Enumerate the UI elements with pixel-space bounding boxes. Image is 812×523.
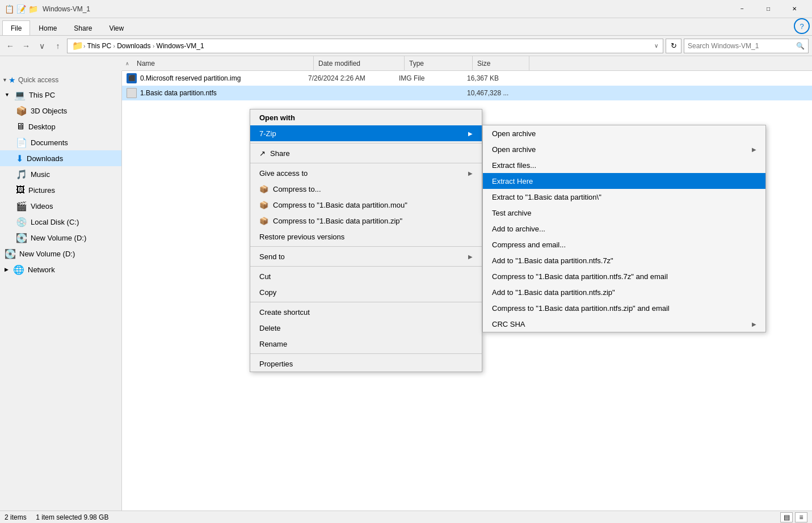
file-name-cell[interactable]: ⬛ 0.Microsoft reserved partition.img [122,73,304,83]
close-button[interactable]: ✕ [781,0,807,18]
menu-item-rename[interactable]: Rename [250,336,482,352]
submenu-open-archive-1-label: Open archive [492,129,536,138]
column-date[interactable]: Date modified [314,56,405,70]
videos-icon: 🎬 [16,201,27,212]
submenu-test-archive-label: Test archive [492,209,531,217]
sidebar-item-local-disk-c[interactable]: 💿 Local Disk (C:) [0,214,121,230]
menu-copy-label: Copy [259,288,473,297]
status-info: 2 items 1 item selected 9.98 GB [5,513,108,521]
submenu-item-crc-sha[interactable]: CRC SHA ▶ [483,316,765,332]
menu-separator-5 [250,302,482,302]
menu-item-create-shortcut[interactable]: Create shortcut [250,304,482,320]
menu-item-7zip[interactable]: 7-Zip ▶ [250,125,482,141]
file-size-0: 16,367 KB [462,74,519,82]
help-button[interactable]: ? [794,18,810,34]
sidebar-item-desktop[interactable]: 🖥 Desktop [0,119,121,134]
menu-item-compress-mou[interactable]: 📦 Compress to "1.Basic data partition.mo… [250,197,482,213]
submenu-compress-7z-email-label: Compress to "1.Basic data partition.ntfs… [492,272,668,281]
sidebar-item-music[interactable]: 🎵 Music [0,166,121,182]
menu-rename-label: Rename [259,340,473,348]
address-dropdown-icon[interactable]: ∨ [654,43,658,49]
music-label: Music [31,170,50,179]
menu-item-copy[interactable]: Copy [250,284,482,300]
sidebar-item-new-volume-d1[interactable]: 💽 New Volume (D:) [0,230,121,246]
menu-restore-label: Restore previous versions [259,233,473,241]
dropdown-button[interactable]: ∨ [35,39,49,53]
quick-access-header[interactable]: ▼ ★ Quick access [0,73,121,87]
refresh-button[interactable]: ↻ [666,39,681,53]
sidebar: ▼ ★ Quick access ▼ 💻 This PC 📦 3D Object… [0,71,122,511]
column-size[interactable]: Size [473,56,529,70]
submenu-open-archive-2-label: Open archive [492,145,536,154]
menu-item-delete[interactable]: Delete [250,320,482,336]
sidebar-item-videos[interactable]: 🎬 Videos [0,198,121,214]
file-date-0: 7/26/2024 2:26 AM [304,74,394,82]
window-title: Windows-VM_1 [43,5,729,13]
sidebar-item-pictures[interactable]: 🖼 Pictures [0,182,121,198]
address-input[interactable]: 📁 › This PC › Downloads › Windows-VM_1 ∨ [67,39,663,53]
menu-item-restore-prev[interactable]: Restore previous versions [250,229,482,244]
menu-item-send-to[interactable]: Send to ▶ [250,248,482,264]
this-pc-label: This PC [29,91,55,99]
maximize-button[interactable]: □ [755,0,781,18]
sidebar-item-new-volume-d2[interactable]: 💽 New Volume (D:) [0,246,121,262]
sidebar-item-this-pc[interactable]: ▼ 💻 This PC [0,87,121,103]
menu-item-share[interactable]: ↗ Share [250,145,482,161]
menu-item-cut[interactable]: Cut [250,268,482,284]
table-row[interactable]: 1.Basic data partition.ntfs 10,467,328 .… [122,86,812,100]
submenu-extract-to-label: Extract to "1.Basic data partition\" [492,193,601,201]
menu-item-compress-to[interactable]: 📦 Compress to... [250,181,482,197]
sidebar-item-documents[interactable]: 📄 Documents [0,134,121,150]
submenu-item-compress-email[interactable]: Compress and email... [483,237,765,252]
column-type[interactable]: Type [405,56,473,70]
submenu-item-add-to-7z[interactable]: Add to "1.Basic data partition.ntfs.7z" [483,252,765,268]
tab-file[interactable]: File [2,20,30,35]
list-view-button[interactable]: ≡ [795,512,807,522]
menu-item-properties[interactable]: Properties [250,356,482,372]
tab-view[interactable]: View [100,20,132,35]
forward-button[interactable]: → [19,39,33,53]
submenu-item-test-archive[interactable]: Test archive [483,205,765,221]
desktop-icon: 🖥 [16,121,25,132]
address-path: › This PC › Downloads › Windows-VM_1 [83,42,204,50]
submenu-item-compress-zip-email[interactable]: Compress to "1.Basic data partition.ntfs… [483,300,765,316]
detail-view-button[interactable]: ▤ [780,512,793,522]
submenu-add-to-archive-label: Add to archive... [492,225,545,233]
menu-compress-mou-label: Compress to "1.Basic data partition.mou" [273,201,473,209]
submenu-item-compress-7z-email[interactable]: Compress to "1.Basic data partition.ntfs… [483,268,765,284]
sidebar-item-3d-objects[interactable]: 📦 3D Objects [0,103,121,119]
local-disk-c-icon: 💿 [16,217,27,227]
submenu-item-open-archive-1[interactable]: Open archive [483,125,765,141]
minimize-button[interactable]: − [729,0,755,18]
window-controls: − □ ✕ [729,0,807,18]
menu-send-to-arrow: ▶ [468,254,473,260]
search-input[interactable] [688,42,794,50]
search-box[interactable]: 🔍 [684,39,809,53]
menu-item-compress-zip[interactable]: 📦 Compress to "1.Basic data partition.zi… [250,213,482,229]
submenu-item-add-to-zip[interactable]: Add to "1.Basic data partition.ntfs.zip" [483,284,765,300]
submenu-item-extract-files[interactable]: Extract files... [483,157,765,173]
submenu-item-open-archive-2[interactable]: Open archive ▶ [483,141,765,157]
column-name[interactable]: Name [132,56,314,70]
menu-cut-label: Cut [259,272,473,281]
sidebar-item-downloads[interactable]: ⬇ Downloads [0,150,121,166]
7zip-submenu: Open archive Open archive ▶ Extract file… [482,125,766,332]
tab-home[interactable]: Home [30,20,65,35]
back-button[interactable]: ← [3,39,17,53]
up-button[interactable]: ↑ [51,39,65,53]
submenu-item-extract-to[interactable]: Extract to "1.Basic data partition\" [483,189,765,205]
submenu-item-add-to-archive[interactable]: Add to archive... [483,221,765,237]
submenu-item-extract-here[interactable]: Extract Here [483,173,765,189]
table-row[interactable]: ⬛ 0.Microsoft reserved partition.img 7/2… [122,71,812,86]
tab-share[interactable]: Share [65,20,100,35]
compress-mou-icon: 📦 [259,201,268,209]
file-name-0: 0.Microsoft reserved partition.img [140,74,241,82]
file-name-cell[interactable]: 1.Basic data partition.ntfs [122,88,304,98]
menu-item-open-with[interactable]: Open with [250,109,482,125]
network-arrow: ▶ [5,267,9,272]
title-bar: 📋 📝 📁 Windows-VM_1 − □ ✕ [0,0,812,18]
menu-item-give-access[interactable]: Give access to ▶ [250,165,482,181]
sidebar-item-network[interactable]: ▶ 🌐 Network [0,262,121,277]
submenu-add-to-zip-label: Add to "1.Basic data partition.ntfs.zip" [492,288,615,297]
new-volume-d2-label: New Volume (D:) [19,250,75,258]
